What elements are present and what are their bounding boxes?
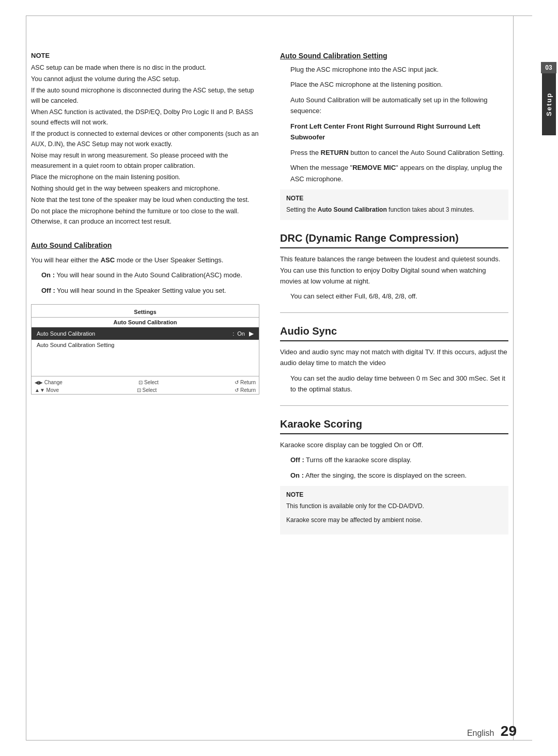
asc-setting-sequence: Front Left Center Front Right Surround R… [280,121,508,143]
karaoke-on-label: On : [290,471,304,479]
asc-setting-p5: When the message "REMOVE MIC" appears on… [280,162,508,184]
asc-off-desc: You will hear sound in the Speaker Setti… [57,287,226,294]
tab-number: 03 [541,62,556,73]
footer2-right: ↺ Return [235,387,256,393]
asc-on-text: On : You will hear sound in the Auto Sou… [31,270,259,280]
settings-box-footer: ◀▶ Change ⊡ Select ↺ Return ▲▼ Move ⊡ Se… [32,376,259,394]
left-border [26,15,26,741]
drc-heading: DRC (Dynamic Range Compression) [280,232,508,248]
left-column: NOTE ASC setup can be made when there is… [31,52,259,540]
tab-text: Setup [542,73,556,135]
note2-post: function takes about 3 minutes. [387,206,474,213]
settings-box-header: Auto Sound Calibration [32,318,259,327]
note3-p1: This function is available only for the … [286,501,502,511]
footer2-mid: ⊡ Select [137,387,157,393]
sequence-text: Front Left Center Front Right Surround R… [290,122,481,141]
settings-row-label: Auto Sound Calibration [37,330,233,337]
side-tab: 03 Setup [539,62,558,135]
asc-setting-p4: Press the RETURN button to cancel the Au… [280,147,508,158]
note-item: Note that the test tone of the speaker m… [31,195,259,205]
note-item: You cannot adjust the volume during the … [31,74,259,84]
asc-off-label: Off : [41,287,55,294]
note-list: ASC setup can be made when there is no d… [31,62,259,227]
footer1-mid: ⊡ Select [138,380,159,385]
asc-p4-post: button to cancel the Auto Sound Calibrat… [349,149,504,156]
note-item: Place the microphone on the main listeni… [31,172,259,182]
settings-row-arrow: ▶ [249,330,254,337]
asc-intro-bold: ASC [101,256,115,264]
page: 03 Setup NOTE ASC setup can be made when… [0,0,558,756]
note-item: Nothing should get in the way between sp… [31,183,259,194]
note-item: ASC setup can be made when there is no d… [31,62,259,73]
asc-off-text: Off : You will hear sound in the Speaker… [31,285,259,296]
note-item: Noise may result in wrong measurement. S… [31,150,259,171]
audio-sync-heading: Audio Sync [280,325,508,341]
bottom-border [26,740,532,741]
karaoke-heading: Karaoke Scoring [280,418,508,434]
footer-row-2: ▲▼ Move ⊡ Select ↺ Return [35,386,256,394]
footer2-left: ▲▼ Move [35,387,59,393]
asc-p4-bold: RETURN [321,149,349,156]
note3-title: NOTE [286,491,502,498]
footer-page: 29 [501,723,517,739]
audio-sync-divider [280,312,508,313]
note2-pre: Setting the [286,206,318,213]
audio-sync-p1: Video and audio sync may not match with … [280,346,508,369]
note-item: Do not place the microphone behind the f… [31,206,259,227]
footer-row-1: ◀▶ Change ⊡ Select ↺ Return [35,379,256,386]
footer-lang: English [467,729,494,737]
note2-block: NOTE Setting the Auto Sound Calibration … [280,190,508,220]
asc-setting-p1: Plug the ASC microphone into the ASC inp… [280,64,508,75]
note3-block: NOTE This function is available only for… [280,486,508,534]
note-block: NOTE ASC setup can be made when there is… [31,52,259,227]
drc-p2: You can select either Full, 6/8, 4/8, 2/… [280,291,508,302]
asc-setting-heading: Auto Sound Calibration Setting [280,52,508,60]
settings-box-sub: Auto Sound Calibration Setting [32,340,259,350]
asc-p5-pre: When the message " [290,164,352,171]
settings-box: Settings Auto Sound Calibration Auto Sou… [31,304,259,395]
asc-on-desc: You will hear sound in the Auto Sound Ca… [56,271,242,279]
note3-p2: Karaoke score may be affected by ambient… [286,515,502,525]
asc-on-label: On : [41,271,55,279]
right-border-line [513,15,514,741]
asc-setting-p2: Place the ASC microphone at the listenin… [280,79,508,90]
note-item: If the auto sound microphone is disconne… [31,85,259,106]
asc-p5-bold: REMOVE MIC [352,164,396,171]
settings-row-colon: : [233,330,234,337]
karaoke-off-label: Off : [290,456,304,464]
karaoke-divider [280,405,508,406]
top-border [26,15,532,16]
drc-p1: This feature balances the range between … [280,254,508,287]
karaoke-on: On : After the singing, the score is dis… [280,470,508,481]
right-column: Auto Sound Calibration Setting Plug the … [280,52,508,540]
note2-bold: Auto Sound Calibration [318,206,387,213]
note-item: If the product is connected to external … [31,129,259,149]
note2-text: Setting the Auto Sound Calibration funct… [286,205,502,215]
footer1-left: ◀▶ Change [35,380,63,385]
karaoke-p1: Karaoke score display can be toggled On … [280,439,508,450]
asc-setting-p3: Auto Sound Calibration will be automatic… [280,94,508,117]
asc-p4-pre: Press the [290,149,321,156]
note2-title: NOTE [286,195,502,202]
karaoke-off-text: Turns off the karaoke score display. [306,456,411,464]
note-item: When ASC function is activated, the DSP/… [31,107,259,128]
asc-intro: You will hear either the ASC mode or the… [31,255,259,265]
footer1-right: ↺ Return [235,380,256,385]
settings-box-row: Auto Sound Calibration : On ▶ [32,327,259,340]
audio-sync-p2: You can set the audio delay time between… [280,373,508,395]
note-title: NOTE [31,52,259,59]
settings-box-title: Settings [32,309,259,318]
page-footer: English 29 [467,723,517,739]
main-content: NOTE ASC setup can be made when there is… [0,31,539,560]
asc-section-heading: Auto Sound Calibration [31,241,259,249]
settings-row-value: On [237,330,245,337]
karaoke-on-text: After the singing, the score is displaye… [305,471,467,479]
karaoke-off: Off : Turns off the karaoke score displa… [280,454,508,465]
